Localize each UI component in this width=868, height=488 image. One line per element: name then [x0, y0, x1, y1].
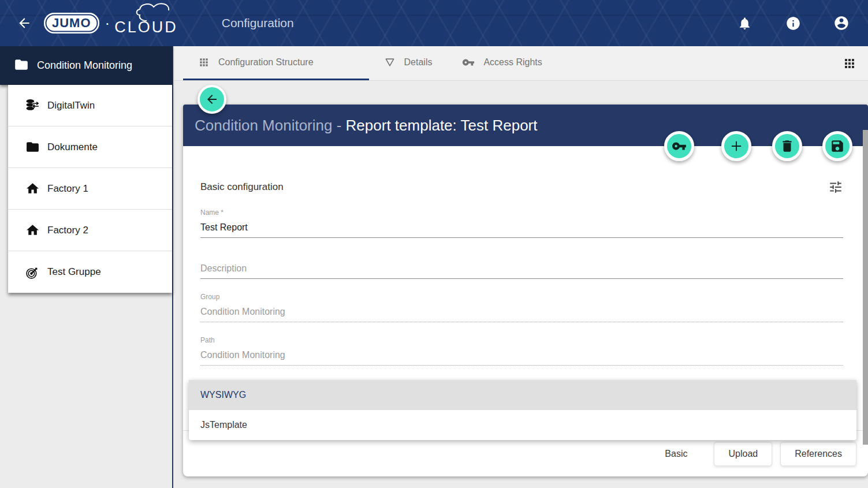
- option-label: JsTemplate: [200, 420, 247, 430]
- sidebar-item-label: Test Gruppe: [47, 266, 101, 278]
- sidebar-item-factory-2[interactable]: Factory 2: [8, 210, 172, 251]
- name-field-label: Name *: [200, 208, 843, 217]
- description-input[interactable]: [200, 261, 843, 279]
- tab-bar: Configuration Structure Details Access R…: [174, 46, 868, 81]
- panel-back-button[interactable]: [198, 85, 226, 114]
- tab-label: Details: [404, 57, 433, 68]
- option-label: WYSIWYG: [200, 390, 246, 400]
- jumo-logo: JUMO: [44, 13, 99, 33]
- sidebar-item-label: Factory 1: [47, 183, 88, 195]
- info-icon[interactable]: [785, 15, 801, 31]
- sidebar-item-digitaltwin[interactable]: DigitalTwin: [8, 85, 172, 126]
- panel-title-main: Report template: Test Report: [346, 117, 538, 134]
- section-title: Basic configuration: [200, 181, 284, 193]
- group-input: [200, 304, 843, 322]
- tab-access-rights[interactable]: Access Rights: [447, 46, 557, 80]
- home-icon: [25, 181, 40, 196]
- basic-tab-button[interactable]: Basic: [651, 442, 701, 466]
- path-input: [200, 348, 843, 366]
- path-field-label: Path: [200, 336, 843, 344]
- delete-button[interactable]: [772, 131, 802, 161]
- name-input[interactable]: [200, 220, 843, 238]
- sidebar: Condition Monitoring DigitalTwin: [0, 46, 173, 488]
- funnel-icon: [384, 57, 396, 68]
- jumo-logo-text: JUMO: [52, 16, 91, 30]
- tab-configuration-structure[interactable]: Configuration Structure: [183, 46, 369, 80]
- back-arrow-icon[interactable]: [13, 12, 36, 35]
- save-button[interactable]: [822, 131, 852, 161]
- folder-icon: [25, 140, 40, 154]
- dropdown-option-wysiwyg[interactable]: WYSIWYG: [189, 380, 856, 410]
- cloud-icon: [134, 1, 203, 22]
- access-key-button[interactable]: [664, 131, 694, 161]
- tune-sliders-icon[interactable]: [828, 180, 843, 195]
- template-type-dropdown: WYSIWYG JsTemplate: [189, 380, 856, 440]
- main-content: Configuration Structure Details Access R…: [174, 46, 868, 488]
- sidebar-item-label: DigitalTwin: [47, 100, 95, 111]
- vertical-scrollbar[interactable]: [863, 130, 868, 445]
- brand-separator: ·: [105, 14, 110, 32]
- page-title: Configuration: [222, 16, 294, 30]
- sidebar-header-label: Condition Monitoring: [37, 59, 132, 72]
- sidebar-item-label: Factory 2: [47, 225, 88, 236]
- sidebar-item-label: Dokumente: [47, 141, 98, 153]
- sidebar-item-dokumente[interactable]: Dokumente: [8, 126, 172, 168]
- sidebar-item-test-gruppe[interactable]: Test Gruppe: [8, 251, 172, 293]
- home-icon: [25, 223, 40, 237]
- add-button[interactable]: [721, 131, 751, 161]
- key-icon: [462, 56, 475, 69]
- sidebar-header-condition-monitoring[interactable]: Condition Monitoring: [0, 46, 172, 85]
- top-app-bar: JUMO · CLOUD Configuration: [0, 0, 868, 46]
- group-field: Group: [200, 293, 843, 322]
- sidebar-item-factory-1[interactable]: Factory 1: [8, 168, 172, 210]
- detail-panel: Condition Monitoring - Report template: …: [183, 105, 868, 476]
- notifications-bell-icon[interactable]: [736, 15, 752, 31]
- grid-icon: [198, 57, 210, 68]
- target-arrow-icon: [25, 265, 40, 280]
- tab-details[interactable]: Details: [369, 46, 448, 80]
- panel-title-prefix: Condition Monitoring: [195, 117, 332, 134]
- tab-label: Configuration Structure: [218, 57, 314, 68]
- dropdown-option-jstemplate[interactable]: JsTemplate: [189, 410, 856, 440]
- panel-title: Condition Monitoring - Report template: …: [195, 117, 537, 135]
- name-field: Name *: [200, 208, 843, 238]
- account-icon[interactable]: [833, 15, 850, 31]
- tab-label: Access Rights: [483, 57, 542, 68]
- description-field: [200, 261, 843, 279]
- panel-header: Condition Monitoring - Report template: …: [183, 105, 868, 146]
- path-field: Path: [200, 336, 843, 366]
- group-field-label: Group: [200, 293, 843, 301]
- panel-title-separator: -: [332, 117, 345, 134]
- sidebar-group-list: DigitalTwin Dokumente Factory 1 Factory …: [8, 85, 172, 293]
- digital-twin-icon: [25, 98, 40, 113]
- apps-grid-icon[interactable]: [843, 46, 856, 81]
- cloud-logo: CLOUD: [114, 10, 178, 36]
- jumo-cloud-logo: JUMO · CLOUD: [44, 10, 178, 36]
- basic-configuration-form: Basic configuration Name * Group Path: [183, 180, 868, 366]
- folder-icon: [14, 57, 29, 74]
- references-tab-button[interactable]: References: [780, 442, 856, 466]
- upload-tab-button[interactable]: Upload: [714, 442, 772, 466]
